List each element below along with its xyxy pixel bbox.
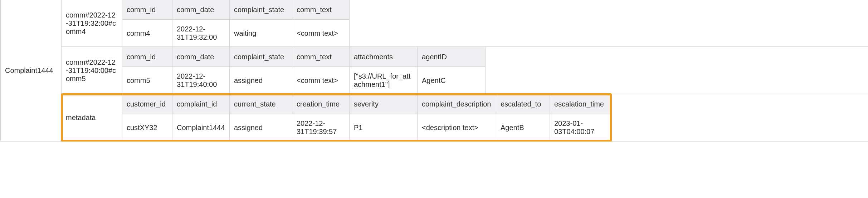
sort-key: metadata	[62, 94, 122, 141]
column-header: comm_id	[122, 47, 172, 66]
column-header: complaint_id	[172, 94, 230, 114]
data-row: custXY32Complaint1444assigned2022-12-31T…	[122, 114, 611, 141]
column-header: comm_date	[172, 0, 230, 19]
header-row: customer_idcomplaint_idcurrent_statecrea…	[122, 94, 611, 114]
column-header: escalated_to	[496, 94, 550, 114]
cell-value: 2022-12-31T19:32:00	[172, 20, 230, 46]
sort-key: comm#2022-12-31T19:32:00#comm4	[62, 0, 122, 46]
sort-key: comm#2022-12-31T19:40:00#comm5	[62, 47, 122, 94]
column-header: comm_text	[292, 47, 350, 66]
cell-value: assigned	[230, 67, 292, 94]
data-row: comm42022-12-31T19:32:00waiting<comm tex…	[122, 20, 350, 46]
column-header: attachments	[350, 47, 418, 66]
data-row: comm52022-12-31T19:40:00assigned<comm te…	[122, 67, 486, 94]
cell-value: <description text>	[418, 114, 496, 141]
cell-value: comm5	[122, 67, 172, 94]
header-row: comm_idcomm_datecomplaint_statecomm_text…	[122, 47, 486, 67]
cell-value: 2022-12-31T19:40:00	[172, 67, 230, 94]
sections-container: comm#2022-12-31T19:32:00#comm4comm_idcom…	[62, 0, 868, 141]
column-header: agentID	[418, 47, 486, 66]
column-header: customer_id	[122, 94, 172, 114]
attribute-table: comm_idcomm_datecomplaint_statecomm_text…	[122, 0, 350, 46]
column-header: complaint_state	[230, 0, 292, 19]
data-table: Complaint1444 comm#2022-12-31T19:32:00#c…	[0, 0, 868, 142]
cell-value: 2023-01-03T04:00:07	[550, 114, 611, 141]
column-header: complaint_description	[418, 94, 496, 114]
cell-value: <comm text>	[292, 67, 350, 94]
cell-value: 2022-12-31T19:39:57	[292, 114, 350, 141]
table-section: metadatacustomer_idcomplaint_idcurrent_s…	[62, 94, 868, 141]
attribute-table: comm_idcomm_datecomplaint_statecomm_text…	[122, 47, 486, 94]
column-header: escalation_time	[550, 94, 611, 114]
table-section: comm#2022-12-31T19:40:00#comm5comm_idcom…	[62, 47, 868, 94]
column-header: comm_date	[172, 47, 230, 66]
cell-value: custXY32	[122, 114, 172, 141]
cell-value: AgentB	[496, 114, 550, 141]
cell-value: AgentC	[418, 67, 486, 94]
cell-value: assigned	[230, 114, 292, 141]
cell-value: ["s3://URL_for_attachment1"]	[350, 67, 418, 94]
cell-value: P1	[350, 114, 418, 141]
column-header: comm_text	[292, 0, 350, 19]
partition-key: Complaint1444	[1, 0, 62, 141]
column-header: current_state	[230, 94, 292, 114]
cell-value: <comm text>	[292, 20, 350, 46]
header-row: comm_idcomm_datecomplaint_statecomm_text	[122, 0, 350, 20]
cell-value: Complaint1444	[172, 114, 230, 141]
cell-value: waiting	[230, 20, 292, 46]
column-header: severity	[350, 94, 418, 114]
column-header: comm_id	[122, 0, 172, 19]
column-header: complaint_state	[230, 47, 292, 66]
attribute-table: customer_idcomplaint_idcurrent_statecrea…	[122, 94, 611, 141]
table-section: comm#2022-12-31T19:32:00#comm4comm_idcom…	[62, 0, 868, 47]
column-header: creation_time	[292, 94, 350, 114]
cell-value: comm4	[122, 20, 172, 46]
